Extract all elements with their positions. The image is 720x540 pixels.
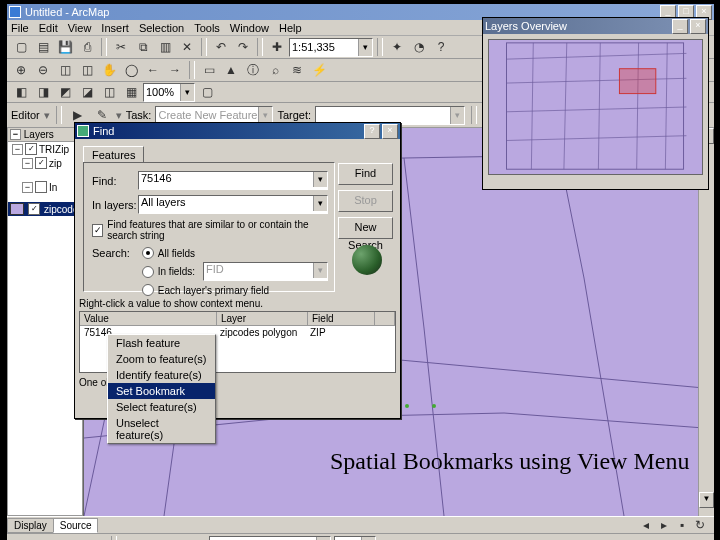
font-combo[interactable]: Arial bbox=[209, 536, 331, 541]
wand-icon[interactable]: ✦ bbox=[387, 37, 407, 57]
pan-icon[interactable]: ✋ bbox=[99, 60, 119, 80]
layer-check[interactable]: ✓ bbox=[35, 157, 47, 169]
menu-file[interactable]: File bbox=[11, 22, 29, 34]
scroll-down-icon[interactable]: ▼ bbox=[699, 492, 714, 508]
paste-icon[interactable]: ▥ bbox=[155, 37, 175, 57]
undo-icon[interactable]: ↶ bbox=[211, 37, 231, 57]
find-input[interactable]: 75146 bbox=[138, 171, 328, 190]
back-icon[interactable]: ← bbox=[143, 60, 163, 80]
inlayer-combo[interactable]: All layers bbox=[138, 195, 328, 214]
editor-label[interactable]: Editor bbox=[11, 109, 40, 121]
hscroll-left-icon[interactable]: ◂ bbox=[638, 518, 654, 532]
find-button[interactable]: Find bbox=[338, 163, 393, 185]
find-close-button[interactable]: × bbox=[382, 124, 398, 139]
overview-window[interactable]: Layers Overview _ × bbox=[482, 17, 709, 190]
ctx-identify[interactable]: Identify feature(s) bbox=[108, 367, 215, 383]
scale-combo[interactable]: 1:51,335 bbox=[289, 38, 373, 57]
rotate-icon[interactable]: ↻ bbox=[86, 535, 106, 540]
menu-tools[interactable]: Tools bbox=[194, 22, 220, 34]
fixedzoomout-icon[interactable]: ◫ bbox=[77, 60, 97, 80]
linecolor-icon[interactable]: 〰 bbox=[512, 535, 532, 540]
menu-view[interactable]: View bbox=[68, 22, 92, 34]
find-icon[interactable]: ⌕ bbox=[265, 60, 285, 80]
misc5-icon[interactable]: ◫ bbox=[99, 82, 119, 102]
layer-check[interactable] bbox=[35, 181, 47, 193]
infields-combo[interactable]: FID bbox=[203, 262, 328, 281]
overview-close-button[interactable]: × bbox=[690, 19, 706, 34]
delete-icon[interactable]: ✕ bbox=[177, 37, 197, 57]
copy-icon[interactable]: ⧉ bbox=[133, 37, 153, 57]
overview-min-button[interactable]: _ bbox=[672, 19, 688, 34]
radio-primary-field[interactable] bbox=[142, 284, 154, 296]
fontcolor-icon[interactable]: A bbox=[448, 535, 468, 540]
redo-icon[interactable]: ↷ bbox=[233, 37, 253, 57]
bold-icon[interactable]: B bbox=[379, 535, 399, 540]
print-icon[interactable]: ⎙ bbox=[77, 37, 97, 57]
save-icon[interactable]: 💾 bbox=[55, 37, 75, 57]
similar-checkbox[interactable]: ✓ bbox=[92, 224, 103, 237]
find-tab-features[interactable]: Features bbox=[83, 146, 144, 163]
refresh-icon[interactable]: ↻ bbox=[692, 518, 708, 532]
addlayer-icon[interactable]: ✚ bbox=[267, 37, 287, 57]
edit-vertices-icon[interactable]: ✎ bbox=[186, 535, 206, 540]
text-icon[interactable]: A bbox=[154, 535, 174, 540]
result-context-menu[interactable]: Flash feature Zoom to feature(s) Identif… bbox=[107, 334, 216, 444]
expand-icon[interactable]: − bbox=[12, 144, 23, 155]
measure-icon[interactable]: ≋ bbox=[287, 60, 307, 80]
radio-all-fields[interactable] bbox=[142, 247, 154, 259]
new-search-button[interactable]: New Search bbox=[338, 217, 393, 239]
layer-check[interactable]: ✓ bbox=[25, 143, 37, 155]
catalog-icon[interactable]: ◔ bbox=[409, 37, 429, 57]
view-data-icon[interactable]: ▸ bbox=[656, 518, 672, 532]
menu-selection[interactable]: Selection bbox=[139, 22, 184, 34]
tab-source[interactable]: Source bbox=[53, 518, 99, 533]
menu-help[interactable]: Help bbox=[279, 22, 302, 34]
markercolor-icon[interactable]: • bbox=[544, 535, 564, 540]
select-icon[interactable]: ▭ bbox=[199, 60, 219, 80]
find-help-button[interactable]: ? bbox=[364, 124, 380, 139]
col-layer[interactable]: Layer bbox=[217, 312, 308, 325]
draw-pointer-icon[interactable]: ▲ bbox=[63, 535, 83, 540]
ctx-set-bookmark[interactable]: Set Bookmark bbox=[108, 383, 215, 399]
fullextent-icon[interactable]: ◯ bbox=[121, 60, 141, 80]
fontsize-combo[interactable]: 10 bbox=[334, 536, 376, 541]
misc7-icon[interactable]: ▢ bbox=[197, 82, 217, 102]
layer-in[interactable]: In bbox=[49, 182, 57, 193]
identify-icon[interactable]: ⓘ bbox=[243, 60, 263, 80]
menu-window[interactable]: Window bbox=[230, 22, 269, 34]
forward-icon[interactable]: → bbox=[165, 60, 185, 80]
ctx-flash[interactable]: Flash feature bbox=[108, 335, 215, 351]
zoomout-icon[interactable]: ⊖ bbox=[33, 60, 53, 80]
misc2-icon[interactable]: ◨ bbox=[33, 82, 53, 102]
hyperlink-icon[interactable]: ⚡ bbox=[309, 60, 329, 80]
ctx-zoom[interactable]: Zoom to feature(s) bbox=[108, 351, 215, 367]
misc1-icon[interactable]: ◧ bbox=[11, 82, 31, 102]
italic-icon[interactable]: I bbox=[402, 535, 422, 540]
rect-icon[interactable]: ▭ bbox=[122, 535, 142, 540]
menu-insert[interactable]: Insert bbox=[101, 22, 129, 34]
layer-trizip[interactable]: TRIZip bbox=[39, 144, 69, 155]
expand-icon[interactable]: − bbox=[22, 158, 33, 169]
radio-in-fields[interactable] bbox=[142, 266, 154, 278]
open-icon[interactable]: ▤ bbox=[33, 37, 53, 57]
new-icon[interactable]: ▢ bbox=[11, 37, 31, 57]
col-field[interactable]: Field bbox=[308, 312, 375, 325]
whatsthis-icon[interactable]: ? bbox=[431, 37, 451, 57]
misc6-icon[interactable]: ▦ bbox=[121, 82, 141, 102]
cut-icon[interactable]: ✂ bbox=[111, 37, 131, 57]
underline-icon[interactable]: U bbox=[425, 535, 445, 540]
zoomin-icon[interactable]: ⊕ bbox=[11, 60, 31, 80]
expand-icon[interactable]: − bbox=[22, 182, 33, 193]
ctx-select[interactable]: Select feature(s) bbox=[108, 399, 215, 415]
misc3-icon[interactable]: ◩ bbox=[55, 82, 75, 102]
layer-zip[interactable]: zip bbox=[49, 158, 62, 169]
view-layout-icon[interactable]: ▪ bbox=[674, 518, 690, 532]
table-of-contents[interactable]: − Layers −✓TRIZip −✓zip −In ✓zipcode bbox=[7, 128, 83, 516]
overview-map[interactable] bbox=[488, 39, 703, 175]
fillcolor-icon[interactable]: ◢ bbox=[480, 535, 500, 540]
col-value[interactable]: Value bbox=[80, 312, 217, 325]
pct-combo[interactable]: 100% bbox=[143, 83, 195, 102]
ctx-unselect[interactable]: Unselect feature(s) bbox=[108, 415, 215, 443]
pointer-icon[interactable]: ▲ bbox=[221, 60, 241, 80]
menu-edit[interactable]: Edit bbox=[39, 22, 58, 34]
